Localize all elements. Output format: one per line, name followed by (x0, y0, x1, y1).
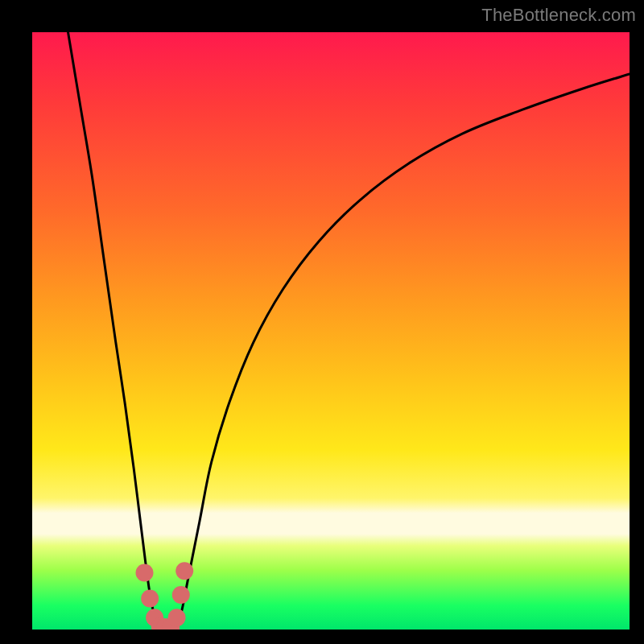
curve-layer (68, 32, 630, 630)
chart-svg (32, 32, 630, 630)
marker-dot (175, 562, 193, 580)
curve-left-branch (68, 32, 162, 630)
marker-layer (135, 562, 193, 630)
marker-dot (172, 586, 190, 604)
marker-dot (135, 564, 153, 582)
watermark-text: TheBottleneck.com (481, 5, 636, 26)
marker-dot (168, 609, 186, 626)
plot-area (32, 32, 630, 630)
curve-right-branch (175, 74, 630, 630)
outer-frame: TheBottleneck.com (0, 0, 644, 644)
marker-dot (141, 589, 159, 607)
